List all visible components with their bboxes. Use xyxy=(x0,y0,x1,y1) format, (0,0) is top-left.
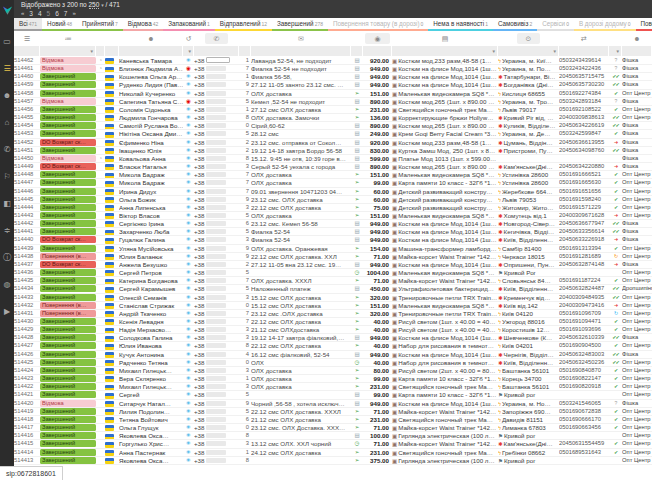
order-row[interactable]: 514443ЗавершенийВіктор Власов✳+385ОЛХ до… xyxy=(14,212,652,220)
column-filter[interactable]: ▼ xyxy=(498,46,559,56)
tab-Завершений[interactable]: Завершений278 xyxy=(272,18,328,31)
tracking-icon[interactable]: ⇄ xyxy=(559,31,609,46)
order-row[interactable]: 514427ЗавершенийЮлия Иванова✳+38822.12 с… xyxy=(14,342,652,350)
status-badge[interactable]: Завершений xyxy=(40,122,96,129)
status-badge[interactable]: Завершений xyxy=(40,245,96,252)
phone-field[interactable]: +38 xyxy=(194,318,239,325)
tab-Новий[interactable]: Новий48 xyxy=(42,18,77,31)
order-row[interactable]: 514430ЗавершенийКсенія Левадня✳+38722.12… xyxy=(14,318,652,326)
status-badge[interactable]: Завершений xyxy=(40,106,96,113)
phone-field[interactable]: +38 xyxy=(194,147,239,154)
first-page-button[interactable]: « xyxy=(21,9,24,18)
phone-field[interactable]: +38 xyxy=(194,139,239,146)
phone-field[interactable]: +38 xyxy=(194,245,239,252)
column-filter[interactable] xyxy=(96,46,105,56)
tab-Відправлений[interactable]: Відправлений12 xyxy=(215,18,272,31)
phone-icon[interactable]: ✆ xyxy=(194,31,239,46)
order-row[interactable]: 514456ЗавершенийСоломія Сідонька✳+38127.… xyxy=(14,106,652,114)
phone-field[interactable]: +38 xyxy=(194,367,239,374)
people-icon[interactable]: ☻ xyxy=(119,31,183,46)
status-badge[interactable]: Завершений xyxy=(40,294,96,301)
phone-field[interactable]: +38 xyxy=(194,73,239,80)
order-row[interactable]: 514449DO Возврат ск…Власюк Наталья✳+383С… xyxy=(14,163,652,171)
video-icon[interactable]: ▶ xyxy=(0,298,14,325)
order-row[interactable]: 514448ЗавершенийМикола Бадраж✳+387ОЛХ до… xyxy=(14,171,652,179)
status-badge[interactable]: Завершений xyxy=(40,220,96,227)
phone-field[interactable]: +38 xyxy=(194,359,239,366)
order-row[interactable]: 514442ЗавершенийСергієнко Ірина✳+38623.1… xyxy=(14,220,652,228)
page-number[interactable]: 6 xyxy=(55,9,59,18)
network-icon[interactable]: ◍ xyxy=(0,271,14,298)
settings-icon[interactable]: ≑ xyxy=(0,217,14,244)
order-row[interactable]: 514454ЗавершенийСамотій Руслана Во…✳+380… xyxy=(14,122,652,130)
status-badge[interactable]: Відмова xyxy=(40,155,96,162)
order-row[interactable]: 514444ЗавершенийАнна Липенська✳+38322.12… xyxy=(14,204,652,212)
status-badge[interactable]: Завершений xyxy=(40,188,96,195)
status-badge[interactable]: Повернення (в… xyxy=(40,302,96,309)
order-row[interactable]: 514413ЗавершенийЯковлева Окса…✳+388➢375.… xyxy=(14,457,652,465)
order-row[interactable]: 514414ЗавершенийАнна Пастернак✳+38124.12… xyxy=(14,449,652,457)
status-badge[interactable]: Завершений xyxy=(40,196,96,203)
order-row[interactable]: 514457ВідмоваСапегина Татьяна С…◉+385Кем… xyxy=(14,98,652,106)
phone-field[interactable]: +38 xyxy=(194,294,239,301)
column-header[interactable] xyxy=(609,31,622,46)
status-badge[interactable]: Завершений xyxy=(40,73,96,80)
column-filter[interactable] xyxy=(559,46,609,56)
phone-input[interactable] xyxy=(206,57,230,63)
tab-Прийнятий[interactable]: Прийнятий7 xyxy=(77,18,123,31)
status-badge[interactable]: Завершений xyxy=(40,416,96,423)
status-badge[interactable]: Завершений xyxy=(40,457,96,464)
tab-Повернення товару (в дорозі)[interactable]: Повернення товару (в дорозі)0 xyxy=(328,18,428,31)
status-badge[interactable]: Завершений xyxy=(40,130,96,137)
order-row[interactable]: 514436ЗавершенийСергей Петров✳+385◷1004.… xyxy=(14,269,652,277)
status-badge[interactable]: Відмова xyxy=(40,57,96,64)
page-number[interactable]: 4 xyxy=(38,9,42,18)
phone-field[interactable]: +38 xyxy=(194,65,239,72)
status-badge[interactable]: Повернення (в… xyxy=(40,253,96,260)
column-header[interactable] xyxy=(105,31,119,46)
orders-list-icon[interactable]: ☰ xyxy=(14,31,40,46)
status-badge[interactable]: Завершений xyxy=(40,212,96,219)
phone-field[interactable]: +38 xyxy=(194,130,239,137)
order-row[interactable]: 514450Відмова◔Ковальова Анна✳+38815.12. … xyxy=(14,155,652,163)
order-row[interactable]: 514458ЗавершенийНиколай Кучеренко✳+387ОЛ… xyxy=(14,90,652,98)
status-badge[interactable]: Завершений xyxy=(40,440,96,447)
order-row[interactable]: 514446ЗавершенийИрина Дидух✳+38709.01 зв… xyxy=(14,188,652,196)
status-badge[interactable]: DO Возврат ск… xyxy=(40,261,96,268)
phone-field[interactable]: +38 xyxy=(194,310,239,317)
phone-field[interactable]: +38 xyxy=(194,90,239,97)
status-badge[interactable]: DO Возврат ск… xyxy=(40,139,96,146)
status-badge[interactable]: Повернення (в… xyxy=(40,310,96,317)
status-badge[interactable]: Завершений xyxy=(40,449,96,456)
company-icon[interactable]: ⌂ xyxy=(0,109,14,136)
status-badge[interactable]: Завершений xyxy=(40,367,96,374)
status-badge[interactable]: Завершений xyxy=(40,383,96,390)
status-badge[interactable]: Відмова xyxy=(40,98,96,105)
phone-field[interactable]: +38 xyxy=(194,179,239,186)
phone-field[interactable]: +38 xyxy=(194,277,239,284)
order-row[interactable]: 514432Повернення (в…Станіслав Стрижак✳+3… xyxy=(14,302,652,310)
status-badge[interactable]: Завершений xyxy=(40,342,96,349)
status-list-icon[interactable]: ≔ xyxy=(40,31,96,46)
status-badge[interactable]: Завершений xyxy=(40,351,96,358)
phone-field[interactable]: +38 xyxy=(194,391,239,398)
phone-field[interactable]: +38 xyxy=(194,155,239,162)
order-row[interactable]: 514428ЗавершенийСолодкова Галина✳+38319.… xyxy=(14,334,652,342)
column-filter[interactable] xyxy=(251,46,351,56)
phone-field[interactable]: +38 xyxy=(194,171,239,178)
column-filter[interactable]: ▼ xyxy=(392,46,498,56)
order-row[interactable]: 514459ЗавершенийРуденко Лидия (Пав…✳+389… xyxy=(14,81,652,89)
order-row[interactable]: 514422ЗавершенийМихаил Гилецьк…✳+383ОЛХ … xyxy=(14,383,652,391)
status-badge[interactable]: Завершений xyxy=(40,285,96,292)
order-row[interactable]: 514434ЗавершенийСергей Карамышев✳+385Нал… xyxy=(14,285,652,293)
column-header[interactable] xyxy=(351,31,363,46)
column-filter[interactable] xyxy=(105,46,119,56)
tab-Сервіси[interactable]: Сервіси0 xyxy=(537,18,574,31)
phone-field[interactable]: +38 xyxy=(194,416,239,423)
status-badge[interactable]: Завершений xyxy=(40,334,96,341)
column-filter[interactable] xyxy=(14,46,40,56)
phone-field[interactable]: +38 xyxy=(194,220,239,227)
tab-Відмова[interactable]: Відмова42 xyxy=(123,18,163,31)
status-badge[interactable]: Завершений xyxy=(40,277,96,284)
phone-field[interactable]: +38 xyxy=(194,204,239,211)
